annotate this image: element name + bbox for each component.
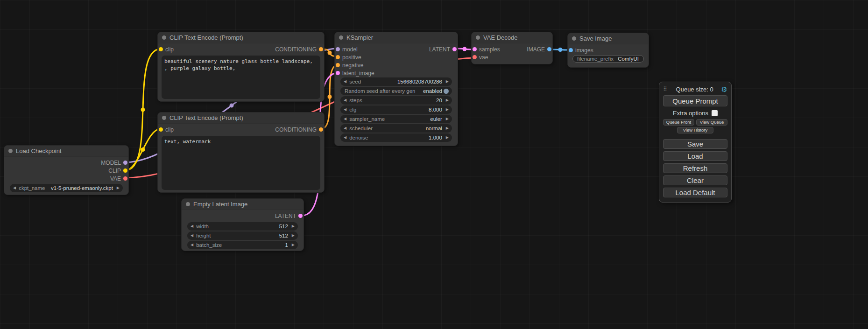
widget-ckpt-name[interactable]: ◀ ckpt_name v1-5-pruned-emaonly.ckpt ▶ bbox=[10, 184, 123, 192]
slot-dot-conditioning[interactable] bbox=[319, 127, 323, 132]
increment-arrow-icon[interactable]: ▶ bbox=[446, 98, 449, 102]
increment-arrow-icon[interactable]: ▶ bbox=[446, 136, 449, 140]
widget-value: enabled bbox=[423, 88, 442, 94]
input-label: images bbox=[575, 47, 593, 54]
decrement-arrow-icon[interactable]: ◀ bbox=[344, 80, 346, 84]
node-title-bar[interactable]: CLIP Text Encode (Prompt) bbox=[158, 112, 324, 124]
slot-dot-latent[interactable] bbox=[452, 47, 457, 51]
slot-dot-conditioning[interactable] bbox=[319, 47, 323, 51]
widget-height[interactable]: ◀ height 512 ▶ bbox=[187, 231, 298, 240]
slot-dot-model[interactable] bbox=[336, 47, 340, 51]
widget-label: Random seed after every gen bbox=[345, 88, 416, 94]
widget-seed[interactable]: ◀ seed 156680208700286 ▶ bbox=[340, 77, 452, 86]
collapse-dot-icon[interactable] bbox=[162, 35, 166, 40]
collapse-dot-icon[interactable] bbox=[162, 116, 166, 120]
widget-cfg[interactable]: ◀ cfg 8.000 ▶ bbox=[340, 105, 452, 114]
slot-dot-vae[interactable] bbox=[473, 55, 477, 59]
decrement-arrow-icon[interactable]: ◀ bbox=[191, 234, 193, 238]
node-title-bar[interactable]: Load Checkpoint bbox=[4, 146, 128, 157]
slot-dot-conditioning[interactable] bbox=[336, 55, 340, 59]
node-ksampler[interactable]: KSampler model LATENT positive negative … bbox=[334, 32, 458, 146]
node-empty-latent-image[interactable]: Empty Latent Image LATENT ◀ width 512 ▶ … bbox=[181, 198, 304, 251]
clear-button[interactable]: Clear bbox=[663, 175, 727, 185]
node-clip-text-encode-negative[interactable]: CLIP Text Encode (Prompt) clip CONDITION… bbox=[157, 112, 325, 193]
collapse-dot-icon[interactable] bbox=[339, 35, 343, 40]
widget-steps[interactable]: ◀ steps 20 ▶ bbox=[340, 96, 452, 105]
widget-random-seed[interactable]: Random seed after every gen enabled bbox=[340, 87, 452, 95]
widget-label: ckpt_name bbox=[19, 185, 45, 191]
slot-row: vae bbox=[472, 53, 552, 61]
slot-dot-samples[interactable] bbox=[473, 47, 477, 51]
slot-dot-latent[interactable] bbox=[336, 71, 340, 75]
decrement-arrow-icon[interactable]: ◀ bbox=[13, 186, 16, 190]
decrement-arrow-icon[interactable]: ◀ bbox=[344, 126, 346, 130]
increment-arrow-icon[interactable]: ▶ bbox=[292, 243, 295, 247]
output-label: IMAGE bbox=[527, 46, 545, 53]
node-clip-text-encode-positive[interactable]: CLIP Text Encode (Prompt) clip CONDITION… bbox=[157, 32, 325, 102]
slot-dot-images[interactable] bbox=[569, 48, 573, 52]
widget-value: normal bbox=[426, 126, 442, 131]
output-label: CONDITIONING bbox=[275, 46, 317, 53]
collapse-dot-icon[interactable] bbox=[572, 36, 576, 41]
decrement-arrow-icon[interactable]: ◀ bbox=[344, 108, 346, 112]
widget-value: ComfyUI bbox=[618, 56, 639, 62]
increment-arrow-icon[interactable]: ▶ bbox=[292, 224, 295, 228]
node-load-checkpoint[interactable]: Load Checkpoint MODEL CLIP VAE ◀ ckpt_na… bbox=[4, 145, 129, 195]
widget-denoise[interactable]: ◀ denoise 1.000 ▶ bbox=[340, 133, 452, 142]
collapse-dot-icon[interactable] bbox=[476, 35, 480, 40]
increment-arrow-icon[interactable]: ▶ bbox=[446, 108, 449, 112]
widget-filename-prefix[interactable]: filename_prefix ComfyUI bbox=[572, 55, 644, 63]
queue-front-button[interactable]: Queue Front bbox=[663, 119, 694, 126]
slot-dot-clip[interactable] bbox=[159, 47, 163, 51]
widget-width[interactable]: ◀ width 512 ▶ bbox=[187, 222, 298, 231]
node-title: VAE Decode bbox=[483, 34, 517, 41]
save-button[interactable]: Save bbox=[663, 139, 727, 149]
input-label: latent_image bbox=[342, 70, 374, 77]
increment-arrow-icon[interactable]: ▶ bbox=[292, 234, 295, 238]
increment-arrow-icon[interactable]: ▶ bbox=[117, 186, 120, 190]
node-title-bar[interactable]: Empty Latent Image bbox=[182, 199, 303, 210]
slot-dot-model[interactable] bbox=[123, 161, 127, 165]
widget-batch-size[interactable]: ◀ batch_size 1 ▶ bbox=[187, 241, 298, 249]
decrement-arrow-icon[interactable]: ◀ bbox=[191, 224, 193, 228]
slot-dot-vae[interactable] bbox=[123, 176, 127, 181]
load-button[interactable]: Load bbox=[663, 151, 727, 161]
settings-gear-icon[interactable]: ⚙ bbox=[721, 86, 727, 93]
graph-canvas[interactable]: Load Checkpoint MODEL CLIP VAE ◀ ckpt_na… bbox=[0, 0, 868, 329]
view-history-button[interactable]: View History bbox=[677, 127, 713, 133]
increment-arrow-icon[interactable]: ▶ bbox=[446, 126, 449, 130]
collapse-dot-icon[interactable] bbox=[8, 149, 13, 153]
prompt-textarea[interactable]: beautiful scenery nature glass bottle la… bbox=[162, 56, 320, 99]
load-default-button[interactable]: Load Default bbox=[663, 188, 727, 197]
prompt-textarea[interactable]: text, watermark bbox=[162, 136, 320, 190]
increment-arrow-icon[interactable]: ▶ bbox=[446, 117, 449, 121]
slot-dot-clip[interactable] bbox=[123, 168, 127, 173]
queue-menu-panel: ⠿ Queue size: 0 ⚙ Queue Prompt Extra opt… bbox=[659, 82, 732, 203]
node-title-bar[interactable]: CLIP Text Encode (Prompt) bbox=[158, 32, 324, 43]
node-save-image[interactable]: Save Image images filename_prefix ComfyU… bbox=[567, 33, 649, 68]
decrement-arrow-icon[interactable]: ◀ bbox=[344, 136, 346, 140]
view-queue-button[interactable]: View Queue bbox=[696, 119, 727, 126]
slot-dot-image[interactable] bbox=[547, 47, 551, 51]
collapse-dot-icon[interactable] bbox=[186, 202, 190, 206]
node-title-bar[interactable]: VAE Decode bbox=[472, 32, 552, 43]
slot-dot-conditioning[interactable] bbox=[336, 63, 340, 67]
widget-label: cfg bbox=[349, 107, 356, 112]
slot-row: model LATENT bbox=[335, 45, 458, 53]
extra-options-checkbox[interactable] bbox=[712, 110, 718, 116]
queue-prompt-button[interactable]: Queue Prompt bbox=[663, 95, 727, 106]
decrement-arrow-icon[interactable]: ◀ bbox=[344, 98, 346, 102]
decrement-arrow-icon[interactable]: ◀ bbox=[191, 243, 193, 247]
toggle-knob-icon[interactable] bbox=[444, 89, 449, 94]
widget-scheduler[interactable]: ◀ scheduler normal ▶ bbox=[340, 124, 452, 133]
increment-arrow-icon[interactable]: ▶ bbox=[446, 80, 449, 84]
node-title-bar[interactable]: KSampler bbox=[335, 32, 458, 43]
slot-dot-latent[interactable] bbox=[298, 214, 303, 218]
slot-dot-clip[interactable] bbox=[159, 127, 163, 132]
node-vae-decode[interactable]: VAE Decode samples IMAGE vae bbox=[471, 32, 553, 64]
refresh-button[interactable]: Refresh bbox=[663, 163, 727, 173]
decrement-arrow-icon[interactable]: ◀ bbox=[344, 117, 346, 121]
widget-sampler-name[interactable]: ◀ sampler_name euler ▶ bbox=[340, 115, 452, 123]
node-title-bar[interactable]: Save Image bbox=[568, 33, 649, 44]
drag-handle-icon[interactable]: ⠿ bbox=[663, 86, 667, 92]
